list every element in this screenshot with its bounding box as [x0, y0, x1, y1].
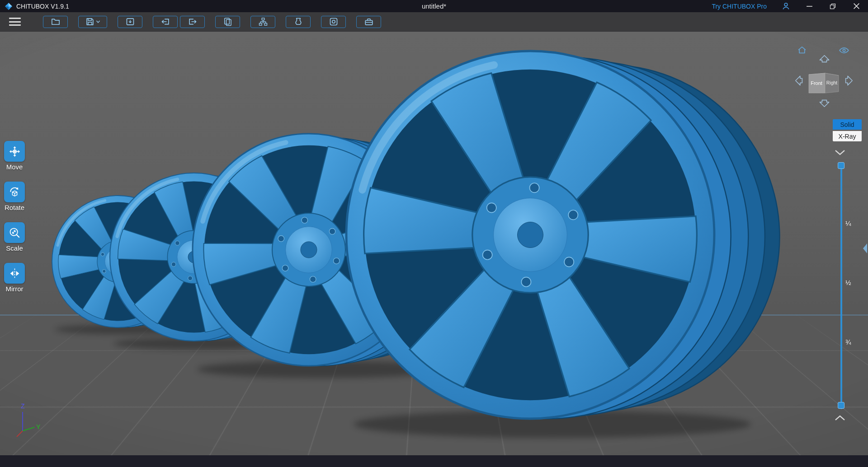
app-logo-icon [5, 2, 13, 10]
app-title: CHITUBOX V1.9.1 [16, 3, 69, 10]
tool-label: Mirror [1, 285, 28, 293]
toolbar-buttons [43, 16, 392, 28]
scale-button[interactable] [4, 222, 25, 243]
cube-right-label: Right [826, 80, 838, 85]
render-mode-solid-button[interactable]: Solid [833, 119, 862, 130]
cube-front-label: Front [811, 80, 822, 86]
build-plate-grid [0, 32, 868, 315]
scale-icon [9, 227, 21, 239]
tool-item-move: Move [1, 141, 28, 171]
home-icon[interactable] [797, 45, 807, 54]
window-controls: Try CHITUBOX Pro [712, 0, 861, 12]
clip-slider-handle-top[interactable] [838, 162, 844, 169]
slider-fraction-label: ¼ [845, 219, 851, 227]
undo-button[interactable] [153, 16, 178, 28]
plate-icon [126, 17, 135, 26]
rotate-button[interactable] [4, 182, 25, 202]
chevron-up-icon[interactable] [834, 415, 846, 423]
hollow-icon [294, 17, 303, 26]
caret-down-icon [96, 20, 100, 23]
hamburger-menu-icon[interactable] [9, 18, 21, 26]
arrange-button[interactable] [250, 16, 275, 28]
layout-icon [259, 17, 268, 26]
render-mode-x-ray-button[interactable]: X-Ray [833, 131, 862, 141]
redo-icon [188, 17, 197, 26]
render-mode-toggle: SolidX-Ray [833, 119, 862, 141]
toolbox-button[interactable] [356, 16, 381, 28]
maximize-button[interactable] [828, 2, 837, 11]
slider-fraction-label: ¾ [845, 338, 851, 346]
floppy-icon [85, 17, 94, 26]
open-button[interactable] [43, 16, 68, 28]
viewport-3d[interactable] [0, 32, 868, 455]
arrow-left-icon[interactable] [793, 75, 804, 87]
status-bar [0, 455, 868, 467]
tool-palette: MoveRotateScaleMirror [1, 141, 28, 304]
mirror-button[interactable] [4, 263, 25, 284]
folder-icon [51, 17, 60, 26]
toolbar [0, 12, 868, 32]
eye-icon[interactable] [839, 47, 849, 54]
clip-slider-track[interactable] [840, 166, 842, 409]
collapse-panel-icon[interactable] [862, 242, 868, 257]
slider-fraction-label: ½ [845, 279, 851, 286]
close-button[interactable] [852, 2, 861, 11]
redo-button[interactable] [180, 16, 205, 28]
copy-button[interactable] [215, 16, 240, 28]
move-button[interactable] [4, 141, 25, 162]
user-icon[interactable] [781, 2, 790, 11]
tool-label: Move [1, 163, 28, 171]
tool-item-rotate: Rotate [1, 182, 28, 211]
minimize-button[interactable] [805, 2, 814, 11]
rotate-icon [9, 186, 21, 198]
undo-icon [161, 17, 170, 26]
try-pro-link[interactable]: Try CHITUBOX Pro [712, 3, 767, 10]
dig-hole-button[interactable] [321, 16, 346, 28]
toolbox-icon [364, 17, 373, 26]
place-button[interactable] [118, 16, 142, 28]
arrow-down-icon[interactable] [818, 98, 830, 109]
clip-slider-handle-bottom[interactable] [838, 402, 844, 409]
tool-label: Rotate [1, 204, 28, 211]
dig-hole-icon [329, 17, 338, 26]
document-title: untitled* [422, 2, 446, 10]
copy-icon [223, 17, 232, 26]
tool-label: Scale [1, 244, 28, 252]
chevron-down-icon[interactable] [834, 149, 846, 158]
hollow-button[interactable] [286, 16, 311, 28]
tool-item-scale: Scale [1, 222, 28, 252]
tool-item-mirror: Mirror [1, 263, 28, 293]
move-icon [9, 145, 21, 158]
view-cube[interactable]: Front Right [807, 69, 839, 94]
titlebar: CHITUBOX V1.9.1 untitled* Try CHITUBOX P… [0, 0, 868, 12]
mirror-icon [9, 267, 21, 280]
arrow-up-icon[interactable] [818, 53, 830, 64]
save-button[interactable] [78, 16, 107, 28]
arrow-right-icon[interactable] [844, 75, 854, 87]
